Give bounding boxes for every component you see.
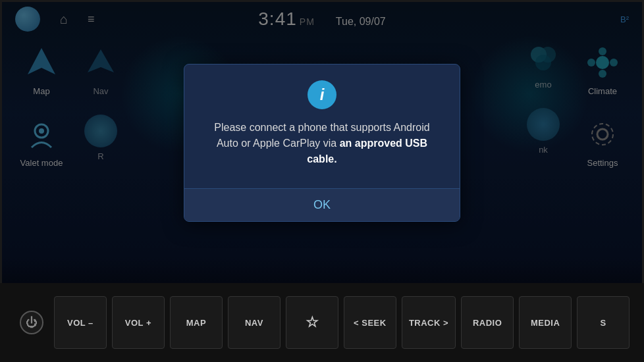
media-button[interactable]: MEDIA (519, 296, 572, 349)
info-icon: i (308, 80, 336, 109)
star-icon: ☆ (306, 314, 319, 331)
nav-button[interactable]: NAV (228, 296, 281, 349)
radio-button[interactable]: RADIO (461, 296, 514, 349)
dialog-message: Please connect a phone that supports And… (205, 120, 439, 167)
infotainment-screen: ⌂ ≡ 3:41PM Tue, 09/07 B² Map (0, 0, 644, 283)
power-button[interactable]: ⏻ (20, 311, 43, 334)
modal-overlay: i Please connect a phone that supports A… (2, 2, 642, 283)
vol-minus-button[interactable]: VOL – (54, 296, 107, 349)
favorite-button[interactable]: ☆ (286, 296, 338, 349)
track-forward-button[interactable]: TRACK > (402, 296, 456, 349)
dialog-box: i Please connect a phone that supports A… (184, 64, 460, 222)
controls-row: ⏻ VOL – VOL + MAP NAV ☆ < SEEK TRACK > R… (13, 295, 631, 350)
ok-button[interactable]: OK (184, 189, 460, 221)
physical-controls: ⏻ VOL – VOL + MAP NAV ☆ < SEEK TRACK > R… (0, 283, 644, 362)
vol-plus-button[interactable]: VOL + (112, 296, 165, 349)
s-button[interactable]: S (577, 296, 630, 349)
map-button[interactable]: MAP (170, 296, 223, 349)
seek-back-button[interactable]: < SEEK (344, 296, 396, 349)
dialog-body: i Please connect a phone that supports A… (184, 65, 460, 178)
dialog-footer: OK (184, 188, 460, 221)
